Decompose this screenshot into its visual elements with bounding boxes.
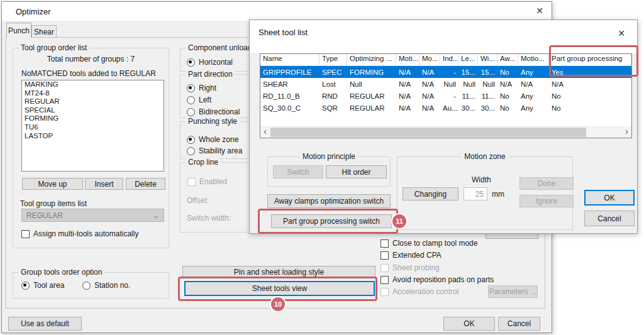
column-header[interactable]: Mo... xyxy=(419,54,440,65)
hit-order-button[interactable]: Hit order xyxy=(326,165,387,178)
radio-whole-zone[interactable]: Whole zone xyxy=(187,135,238,144)
insert-button[interactable]: Insert xyxy=(85,178,123,190)
table-cell: N/A xyxy=(419,69,440,76)
scroll-right-icon[interactable]: › xyxy=(622,127,631,138)
sheet-tool-list-ok-button[interactable]: OK xyxy=(584,190,635,206)
radio-station-no[interactable]: Station no. xyxy=(82,281,130,290)
table-cell: - xyxy=(440,69,458,76)
crop-enabled-checkbox[interactable]: Enabled xyxy=(187,177,227,186)
table-cell: RD_11.0_B xyxy=(260,92,319,100)
option-checkbox[interactable]: Acceleration control xyxy=(380,287,458,296)
table-cell: 11... xyxy=(458,92,478,100)
table-row[interactable]: SQ_30.0_CSQRREGULARN/AN/AAu...30...30...… xyxy=(260,102,631,114)
table-cell: Any xyxy=(518,92,549,100)
motion-principle-label: Motion principle xyxy=(300,152,358,161)
sheet-tool-table: NameTypeOptimizing ...Moti...Mo...Ind...… xyxy=(260,53,632,138)
table-row[interactable]: GRIPPROFILESPECFORMINGN/AN/A-15...15...N… xyxy=(260,66,631,78)
move-up-button[interactable]: Move up xyxy=(22,178,83,190)
sheet-tool-list-close-icon[interactable]: ✕ xyxy=(613,26,630,40)
table-cell: SHEAR xyxy=(260,80,319,88)
column-header[interactable]: Aw... xyxy=(497,54,518,65)
radio-icon xyxy=(187,147,195,155)
assign-multitools-label: Assign multi-tools automatically xyxy=(33,229,138,238)
table-cell: Any xyxy=(518,69,549,76)
width-input[interactable] xyxy=(464,187,487,200)
radio-right[interactable]: Right xyxy=(187,84,216,92)
column-header[interactable]: Le... xyxy=(458,54,478,65)
switch-width-label: Switch width: xyxy=(187,214,231,222)
option-checkbox[interactable]: Sheet probing xyxy=(380,263,440,272)
punching-style-label: Punching style xyxy=(186,117,240,126)
right-label: Right xyxy=(199,84,216,92)
horizontal-scrollbar[interactable]: ‹ › xyxy=(260,126,631,138)
column-header[interactable]: Ind... xyxy=(440,54,458,65)
assign-multitools-checkbox[interactable]: Assign multi-tools automatically xyxy=(21,229,138,238)
radio-left[interactable]: Left xyxy=(187,96,211,104)
radio-bidirectional[interactable]: Bidirectional xyxy=(187,107,240,116)
table-row[interactable]: RD_11.0_BRNDREGULARN/AN/A-11...11...NoAn… xyxy=(260,90,631,102)
sheet-tool-list-cancel-button[interactable]: Cancel xyxy=(584,211,635,226)
use-as-default-button[interactable]: Use as default xyxy=(8,317,82,331)
delete-button[interactable]: Delete xyxy=(126,178,165,190)
changing-button[interactable]: Changing xyxy=(402,187,458,200)
option-checkbox[interactable]: Extended CPA xyxy=(380,251,441,260)
column-header[interactable]: Moti... xyxy=(396,54,419,65)
list-item[interactable]: REGULAR xyxy=(22,97,164,106)
column-header[interactable]: Name xyxy=(260,54,319,65)
done-button[interactable]: Done xyxy=(519,177,574,190)
checkbox-icon xyxy=(380,251,389,260)
tool-group-items-dropdown[interactable]: REGULAR ⌄ xyxy=(21,209,164,222)
chevron-down-icon: ⌄ xyxy=(153,212,159,219)
parameters-button[interactable]: Parameters ... xyxy=(488,285,538,298)
optimizer-cancel-button[interactable]: Cancel xyxy=(498,317,540,331)
column-header[interactable]: Part group processing xyxy=(549,54,631,65)
list-item[interactable]: MARKING xyxy=(22,80,164,89)
column-header[interactable]: Wi... xyxy=(478,54,497,65)
away-clamps-optimization-switch-button[interactable]: Away clamps optimization switch xyxy=(267,194,391,208)
column-header[interactable]: Optimizing ... xyxy=(347,54,396,65)
option-checkbox[interactable]: Avoid reposition pads on parts xyxy=(380,275,494,284)
table-cell: Any xyxy=(518,104,549,112)
total-groups-label: Total number of groups : 7 xyxy=(13,55,169,63)
list-item[interactable]: TU6 xyxy=(22,123,164,132)
tab-shear[interactable]: Shear xyxy=(31,25,57,38)
tool-group-listbox: MARKINGMT24-8REGULARSPECIALFORMINGTU6LAS… xyxy=(21,80,164,172)
table-cell: SQ_30.0_C xyxy=(260,104,319,112)
table-cell: N/A xyxy=(518,80,549,88)
sheet-tools-view-button[interactable]: Sheet tools view xyxy=(184,281,375,296)
list-item[interactable]: MT24-8 xyxy=(22,89,164,98)
switch-button[interactable]: Switch xyxy=(273,165,323,178)
column-header[interactable]: Motio... xyxy=(518,54,549,65)
optimizer-close-icon[interactable]: ✕ xyxy=(531,4,548,18)
radio-tool-area[interactable]: Tool area xyxy=(21,281,64,290)
tab-punch[interactable]: Punch xyxy=(6,23,31,38)
radio-icon xyxy=(187,84,195,92)
table-row[interactable]: SHEARLostNullN/AN/ANullNullNullN/AN/AN/A xyxy=(260,78,631,90)
table-cell: GRIPPROFILE xyxy=(260,69,319,76)
radio-icon xyxy=(21,282,30,290)
option-checkbox[interactable]: Close to clamp tool mode xyxy=(380,239,477,248)
part-group-processing-switch-button[interactable]: Part group processing switch xyxy=(271,214,392,228)
ignore-button[interactable]: Ignore xyxy=(519,195,574,207)
radio-horizontal[interactable]: Horizontal xyxy=(187,58,233,67)
option-checkbox-label: Extended CPA xyxy=(392,251,441,260)
radio-stability-area[interactable]: Stability area xyxy=(187,146,242,155)
table-cell: Yes xyxy=(549,69,631,76)
tool-group-items-list-label: Tool group items list xyxy=(20,199,87,208)
option-checkbox-label: Close to clamp tool mode xyxy=(392,239,477,248)
list-item[interactable]: FORMING xyxy=(22,114,164,123)
table-cell: N/A xyxy=(396,104,419,112)
optimizer-ok-button[interactable]: OK xyxy=(443,317,495,331)
table-body: GRIPPROFILESPECFORMINGN/AN/A-15...15...N… xyxy=(260,66,631,114)
column-header[interactable]: Type xyxy=(319,54,347,65)
mm-unit-label: mm xyxy=(492,190,504,199)
list-item[interactable]: LASTOP xyxy=(22,132,164,141)
list-item[interactable]: SPECIAL xyxy=(22,106,164,115)
pin-and-sheet-loading-style-button[interactable]: Pin and sheet loading style xyxy=(182,266,375,278)
table-cell: REGULAR xyxy=(347,92,396,100)
motion-principle-groupbox: Motion principle Switch Hit order xyxy=(267,157,391,187)
scrollbar-thumb[interactable] xyxy=(270,128,586,137)
scroll-left-icon[interactable]: ‹ xyxy=(260,127,270,138)
crop-line-label: Crop line xyxy=(186,158,221,167)
option-checkbox-label: Acceleration control xyxy=(392,287,458,296)
